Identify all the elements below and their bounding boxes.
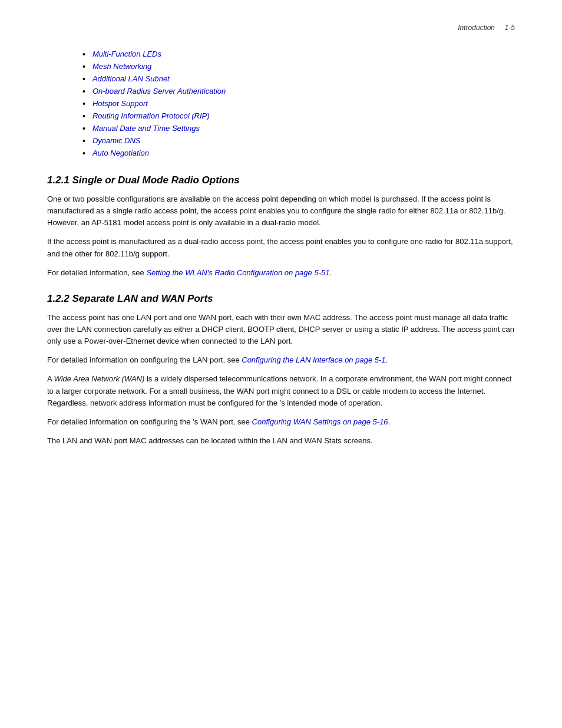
list-item: Hotspot Support bbox=[82, 99, 515, 108]
section-1-2-1-para2: If the access point is manufactured as a… bbox=[47, 236, 515, 259]
list-item: Auto Negotiation bbox=[82, 149, 515, 158]
link-auto-negotiation[interactable]: Auto Negotiation bbox=[92, 149, 149, 157]
section-1-2-2-heading: 1.2.2 Separate LAN and WAN Ports bbox=[47, 293, 515, 305]
header-label: Introduction bbox=[458, 24, 495, 32]
para3-italic: Wide Area Network (WAN) bbox=[54, 374, 145, 383]
link-hotspot-support[interactable]: Hotspot Support bbox=[92, 99, 148, 108]
link-lan-interface[interactable]: Configuring the LAN Interface on page 5-… bbox=[242, 355, 385, 364]
link-wan-settings[interactable]: Configuring WAN Settings on page 5-16 bbox=[252, 417, 388, 426]
section-1-2-1-heading: 1.2.1 Single or Dual Mode Radio Options bbox=[47, 174, 515, 186]
link-on-board-radius[interactable]: On-board Radius Server Authentication bbox=[92, 87, 226, 95]
section-1-2-2-para1: The access point has one LAN port and on… bbox=[47, 312, 515, 347]
list-item: Routing Information Protocol (RIP) bbox=[82, 111, 515, 121]
section-1-2-1-para1: One or two possible configurations are a… bbox=[47, 193, 515, 229]
link-additional-lan-subnet[interactable]: Additional LAN Subnet bbox=[92, 74, 170, 83]
list-item: Manual Date and Time Settings bbox=[82, 124, 515, 133]
link-rip[interactable]: Routing Information Protocol (RIP) bbox=[92, 111, 210, 120]
page-header: Introduction 1-5 bbox=[47, 24, 515, 32]
section-1-2-1-para3: For detailed information, see Setting th… bbox=[47, 267, 515, 279]
para2-prefix: For detailed information on configuring … bbox=[47, 355, 242, 364]
para3-suffix: . bbox=[329, 268, 332, 277]
section-1-2-2-para2: For detailed information on configuring … bbox=[47, 354, 515, 366]
link-multi-function-leds[interactable]: Multi-Function LEDs bbox=[92, 50, 161, 58]
bullet-link-list: Multi-Function LEDs Mesh Networking Addi… bbox=[82, 50, 515, 158]
para4-prefix: For detailed information on configuring … bbox=[47, 417, 252, 426]
para4-suffix: . bbox=[388, 417, 391, 426]
list-item: Mesh Networking bbox=[82, 62, 515, 71]
link-manual-date-time[interactable]: Manual Date and Time Settings bbox=[92, 124, 200, 133]
para3-a-prefix: A bbox=[47, 374, 54, 383]
section-1-2-1: 1.2.1 Single or Dual Mode Radio Options … bbox=[47, 174, 515, 279]
link-mesh-networking[interactable]: Mesh Networking bbox=[92, 62, 151, 71]
section-1-2-2: 1.2.2 Separate LAN and WAN Ports The acc… bbox=[47, 293, 515, 447]
link-wlan-radio-config[interactable]: Setting the WLAN's Radio Configuration o… bbox=[146, 268, 329, 277]
list-item: Dynamic DNS bbox=[82, 136, 515, 146]
section-1-2-2-para5: The LAN and WAN port MAC addresses can b… bbox=[47, 435, 515, 447]
section-1-2-2-para4: For detailed information on configuring … bbox=[47, 416, 515, 428]
page-number: 1-5 bbox=[505, 24, 515, 32]
para2-suffix: . bbox=[386, 355, 388, 364]
list-item: Multi-Function LEDs bbox=[82, 50, 515, 59]
list-item: On-board Radius Server Authentication bbox=[82, 87, 515, 96]
para3-prefix: For detailed information, see bbox=[47, 268, 146, 277]
section-1-2-2-para3: A Wide Area Network (WAN) is a widely di… bbox=[47, 373, 515, 409]
page: Introduction 1-5 Multi-Function LEDs Mes… bbox=[0, 0, 562, 728]
list-item: Additional LAN Subnet bbox=[82, 74, 515, 84]
link-dynamic-dns[interactable]: Dynamic DNS bbox=[92, 136, 141, 145]
